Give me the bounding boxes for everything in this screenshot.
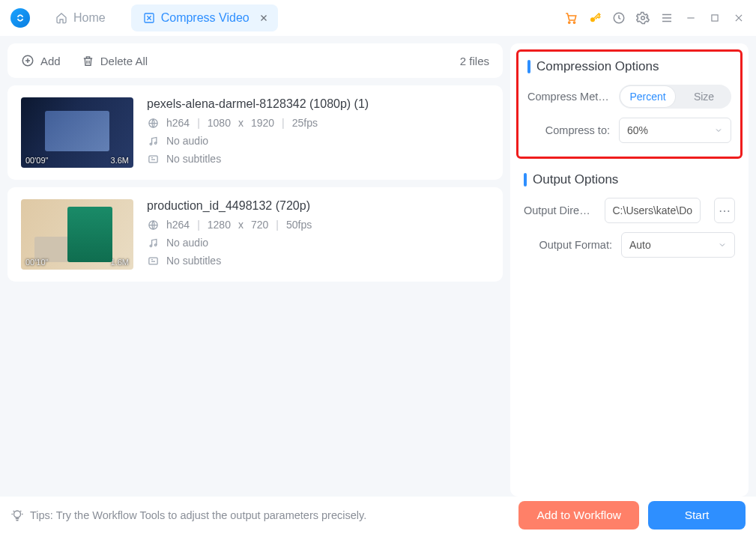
tab-compress-video[interactable]: Compress Video [131, 4, 278, 31]
output-format-row: Output Format: Auto [524, 232, 735, 258]
app-logo-icon [10, 8, 30, 28]
output-directory-label: Output Directory: [524, 204, 596, 216]
output-format-value: Auto [629, 239, 651, 251]
output-directory-field[interactable]: C:\Users\kate\Do [605, 198, 701, 223]
compress-method-row: Compress Meth… Percent Size [527, 85, 731, 109]
add-button-label: Add [40, 55, 61, 67]
globe-icon [147, 219, 159, 231]
video-duration: 00'09" [25, 156, 48, 165]
svg-point-10 [154, 142, 157, 144]
method-percent-option[interactable]: Percent [620, 86, 675, 107]
delete-all-label: Delete All [100, 55, 148, 67]
lightbulb-icon [10, 509, 24, 522]
chevron-down-icon [718, 240, 727, 249]
tips-text: Tips: Try the Workflow Tools to adjust t… [10, 509, 366, 522]
video-duration: 00'10" [25, 258, 48, 267]
window-actions [564, 11, 746, 25]
window-close-button[interactable] [732, 11, 746, 25]
compression-options-title: Compression Options [527, 59, 731, 74]
browse-directory-button[interactable]: ⋯ [714, 198, 735, 223]
tab-compress-video-label: Compress Video [161, 11, 250, 25]
options-column: Compression Options Compress Meth… Perce… [510, 36, 756, 497]
subtitle-row: No subtitles [147, 255, 489, 267]
svg-point-16 [14, 511, 21, 518]
svg-point-13 [150, 245, 152, 247]
svg-point-1 [569, 22, 570, 23]
main-area: Add Delete All 2 files 00'09" 3.6M pexel… [0, 36, 756, 497]
audio-row: No audio [147, 237, 489, 249]
chevron-down-icon [714, 126, 723, 135]
file-count-label: 2 files [460, 55, 489, 67]
add-button[interactable]: Add [21, 54, 61, 67]
svg-point-9 [150, 143, 152, 145]
audio-row: No audio [147, 135, 489, 147]
compress-video-icon [143, 12, 155, 24]
cart-icon[interactable] [564, 11, 578, 25]
file-item[interactable]: 00'10" 1.6M production_id_4498132 (720p)… [7, 187, 503, 282]
method-size-option[interactable]: Size [677, 85, 731, 109]
svg-point-2 [573, 22, 575, 23]
svg-point-3 [590, 17, 595, 22]
tab-home-label: Home [73, 11, 106, 25]
window-minimize-button[interactable] [684, 11, 698, 25]
file-toolbar: Add Delete All 2 files [7, 43, 503, 78]
video-size: 3.6M [111, 156, 129, 165]
tab-home[interactable]: Home [43, 4, 118, 31]
compression-options-highlight: Compression Options Compress Meth… Perce… [516, 49, 743, 159]
compress-to-row: Compress to: 60% [527, 118, 731, 143]
music-note-icon [147, 237, 159, 249]
history-icon[interactable] [612, 11, 626, 25]
compress-method-label: Compress Meth… [527, 91, 610, 103]
subtitle-row: No subtitles [147, 153, 489, 165]
subtitle-icon [147, 153, 159, 165]
add-to-workflow-button[interactable]: Add to Workflow [518, 501, 639, 530]
video-thumbnail: 00'10" 1.6M [21, 199, 133, 270]
footer-bar: Tips: Try the Workflow Tools to adjust t… [0, 497, 756, 534]
file-name: pexels-alena-darmel-8128342 (1080p) (1) [147, 97, 489, 111]
svg-point-14 [154, 243, 157, 246]
delete-all-button[interactable]: Delete All [82, 55, 148, 67]
output-directory-row: Output Directory: C:\Users\kate\Do ⋯ [524, 198, 735, 223]
output-format-select[interactable]: Auto [621, 232, 735, 258]
gear-icon[interactable] [636, 11, 650, 25]
music-note-icon [147, 135, 159, 147]
video-spec-row: h264| 1280x720 |50fps [147, 219, 489, 231]
menu-icon[interactable] [660, 11, 674, 25]
tab-close-button[interactable] [257, 11, 270, 25]
video-thumbnail: 00'09" 3.6M [21, 97, 133, 168]
file-name: production_id_4498132 (720p) [147, 199, 489, 213]
compress-method-toggle: Percent Size [619, 85, 731, 109]
trash-icon [82, 55, 94, 67]
compress-to-label: Compress to: [527, 124, 610, 136]
titlebar: Home Compress Video [0, 0, 756, 36]
compress-to-select[interactable]: 60% [619, 118, 731, 143]
plus-circle-icon [21, 54, 34, 67]
video-size: 1.6M [111, 258, 129, 267]
home-icon [55, 12, 67, 24]
ellipsis-icon: ⋯ [719, 204, 731, 218]
window-maximize-button[interactable] [708, 11, 722, 25]
options-panel: Compression Options Compress Meth… Perce… [510, 43, 749, 497]
compress-to-value: 60% [627, 124, 648, 136]
svg-point-5 [641, 16, 645, 20]
globe-icon [147, 117, 159, 129]
output-options-title: Output Options [524, 172, 735, 187]
video-spec-row: h264| 1080x1920 |25fps [147, 117, 489, 129]
output-directory-value: C:\Users\kate\Do [613, 204, 693, 216]
output-format-label: Output Format: [524, 239, 612, 251]
close-icon [259, 13, 268, 22]
svg-rect-6 [712, 15, 718, 21]
file-item[interactable]: 00'09" 3.6M pexels-alena-darmel-8128342 … [7, 85, 503, 180]
file-list-column: Add Delete All 2 files 00'09" 3.6M pexel… [0, 36, 510, 497]
subtitle-icon [147, 255, 159, 267]
key-icon[interactable] [588, 11, 602, 25]
start-button[interactable]: Start [648, 501, 746, 530]
